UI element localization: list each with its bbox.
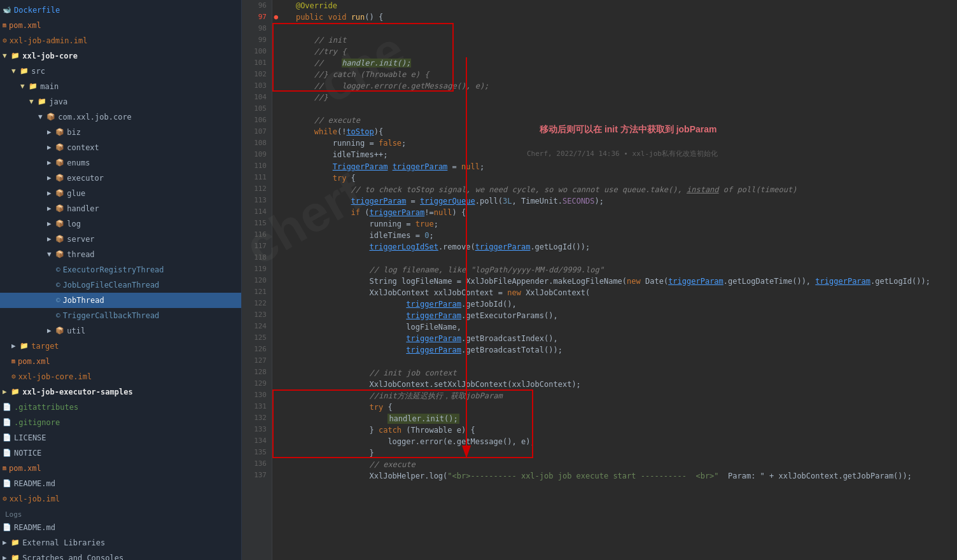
file-icon: 📄 xyxy=(3,477,11,490)
code-line-133: } catch (Throwable e) { xyxy=(277,424,952,436)
code-container[interactable]: 96 97 98 99 100 101 102 103 104 105 106 … xyxy=(242,0,957,560)
sidebar-item-label: com.xxl.job.core xyxy=(58,111,132,123)
folder-icon: ▶ 📁 xyxy=(3,386,20,398)
sidebar-item-main[interactable]: ▼ 📁 main xyxy=(0,79,241,94)
file-icon: 📄 xyxy=(3,447,11,459)
sidebar-item-pom-top[interactable]: m pom.xml xyxy=(0,461,241,476)
code-line-121: XxlJobContext xxlJobContext = new XxlJob… xyxy=(277,287,952,298)
sidebar-item-label: executor xyxy=(67,172,104,185)
sidebar-item-src[interactable]: ▼ 📁 src xyxy=(0,64,241,79)
sidebar-item-label: External Libraries xyxy=(22,536,105,549)
sidebar-item-label: context xyxy=(67,141,99,154)
sidebar-item-job-thread[interactable]: © JobThread xyxy=(0,293,241,308)
sidebar-item-log[interactable]: ▶ 📦 log xyxy=(0,216,241,232)
sidebar-item-label: .gitignore xyxy=(14,416,60,429)
sidebar-item-label: Scratches and Consoles xyxy=(22,552,123,560)
code-line-124: logFileName, xyxy=(277,321,952,333)
code-line-117: triggerLogIdSet.remove(triggerParam.getL… xyxy=(277,241,952,253)
code-line-118 xyxy=(277,253,952,264)
sidebar-item-pom-root[interactable]: m pom.xml xyxy=(0,18,241,33)
sidebar-item-external-libs[interactable]: ▶ 📁 External Libraries xyxy=(0,535,241,550)
sidebar-item-gitattributes[interactable]: 📄 .gitattributes xyxy=(0,400,241,415)
sidebar-item-trigger-callback-thread[interactable]: © TriggerCallbackThread xyxy=(0,308,241,323)
code-line-115: running = true; xyxy=(277,218,952,230)
code-line-122: triggerParam.getJobId(), xyxy=(277,298,952,310)
code-line-103: // logger.error(e.getMessage(), e); xyxy=(277,80,952,92)
sidebar-item-executor[interactable]: ▶ 📦 executor xyxy=(0,171,241,186)
file-icon: 📄 xyxy=(3,431,11,444)
code-line-108: running = false; xyxy=(277,137,952,149)
sidebar-item-label: xxl-job-executor-samples xyxy=(22,386,132,398)
folder-icon: ▶ 📁 xyxy=(3,536,20,549)
file-icon: 📄 xyxy=(3,521,11,534)
sidebar-item-license[interactable]: 📄 LICENSE xyxy=(0,430,241,445)
code-line-128: // init job context xyxy=(277,367,952,379)
sidebar-item-label: java xyxy=(49,95,67,108)
sidebar-item-label: Dockerfile xyxy=(14,4,60,17)
sidebar-item-label: handler xyxy=(67,202,99,215)
folder-icon: ▶ 📁 xyxy=(3,552,20,560)
maven-icon: m xyxy=(11,355,15,368)
sidebar-item-label: xxl-job-admin.iml xyxy=(10,34,88,47)
sidebar-item-handler[interactable]: ▶ 📦 handler xyxy=(0,201,241,216)
code-line-120: String logFileName = XxlJobFileAppender.… xyxy=(277,276,952,287)
code-line-135: } xyxy=(277,447,952,459)
sidebar-item-context[interactable]: ▶ 📦 context xyxy=(0,140,241,155)
logs-section-header: Logs xyxy=(0,507,241,520)
sidebar-item-scratches[interactable]: ▶ 📁 Scratches and Consoles xyxy=(0,550,241,560)
code-line-114: if (triggerParam!=null) { xyxy=(277,207,952,218)
sidebar-item-label: main xyxy=(40,80,59,93)
code-line-110: TriggerParam triggerParam = null; xyxy=(277,161,952,172)
sidebar-item-label: .gitattributes xyxy=(14,401,78,414)
sidebar-item-dockerfile[interactable]: 🐋 Dockerfile xyxy=(0,3,241,18)
sidebar-item-notice[interactable]: 📄 NOTICE xyxy=(0,445,241,461)
package-icon: ▶ 📦 xyxy=(47,141,64,154)
sidebar-item-label: thread xyxy=(67,248,94,261)
sidebar-item-label: xxl-job.iml xyxy=(10,493,60,505)
sidebar-item-enums[interactable]: ▶ 📦 enums xyxy=(0,155,241,171)
sidebar-item-gitignore[interactable]: 📄 .gitignore xyxy=(0,415,241,430)
code-line-97: public void run() { xyxy=(277,11,952,23)
sidebar-item-java[interactable]: ▼ 📁 java xyxy=(0,94,241,109)
sidebar-item-util[interactable]: ▶ 📦 util xyxy=(0,323,241,339)
sidebar-item-glue[interactable]: ▶ 📦 glue xyxy=(0,186,241,201)
code-line-136: // execute xyxy=(277,459,952,470)
code-line-113: triggerParam = triggerQueue.poll(3L, Tim… xyxy=(277,195,952,207)
code-line-111: try { xyxy=(277,172,952,184)
package-icon: ▶ 📦 xyxy=(47,172,64,185)
sidebar-item-com-xxl[interactable]: ▼ 📦 com.xxl.job.core xyxy=(0,109,241,125)
sidebar-item-target[interactable]: ▶ 📁 target xyxy=(0,339,241,354)
package-icon: ▼ 📦 xyxy=(38,111,55,123)
git-blame: Cherf, 2022/7/14 14:36 • xxl-job私有化改造初始化 xyxy=(527,149,718,158)
sidebar-item-label: xxl-job-core xyxy=(22,50,78,62)
sidebar-item-xxl-job-core[interactable]: ▼ 📁 xxl-job-core xyxy=(0,48,241,64)
sidebar-item-xxl-executor-samples[interactable]: ▶ 📁 xxl-job-executor-samples xyxy=(0,384,241,400)
code-line-123: triggerParam.getExecutorParams(), xyxy=(277,310,952,321)
folder-open-icon: ▼ 📁 xyxy=(20,80,38,93)
sidebar-item-label: pom.xml xyxy=(9,462,41,475)
sidebar-item-executor-registry-thread[interactable]: © ExecutorRegistryThread xyxy=(0,262,241,277)
code-line-112: // to check toStop signal, we need cycle… xyxy=(277,184,952,195)
code-line-131: try { xyxy=(277,402,952,413)
sidebar-item-xxl-job-core-iml[interactable]: ⚙ xxl-job-core.iml xyxy=(0,369,241,384)
sidebar-item-job-log-file-clean-thread[interactable]: © JobLogFileCleanThread xyxy=(0,277,241,293)
sidebar-item-readme2[interactable]: 📄 README.md xyxy=(0,520,241,535)
code-editor: che cherf 96 97 98 99 100 101 102 103 10… xyxy=(242,0,957,560)
sidebar-item-biz[interactable]: ▶ 📦 biz xyxy=(0,125,241,140)
code-line-100: //try { xyxy=(277,46,952,57)
sidebar-item-server[interactable]: ▶ 📦 server xyxy=(0,232,241,247)
folder-open-icon: ▼ 📁 xyxy=(11,65,29,78)
maven-icon: m xyxy=(3,19,6,32)
sidebar-item-readme[interactable]: 📄 README.md xyxy=(0,476,241,491)
file-icon: 📄 xyxy=(3,416,11,429)
package-icon: ▶ 📦 xyxy=(47,202,64,215)
package-icon: ▶ 📦 xyxy=(47,218,64,230)
sidebar-item-xxl-job-admin-iml[interactable]: ⚙ xxl-job-admin.iml xyxy=(0,33,241,48)
code-line-137: XxlJobHelper.log("<br>---------- xxl-job… xyxy=(277,470,952,482)
sidebar-item-pom-core[interactable]: m pom.xml xyxy=(0,354,241,369)
sidebar-item-thread[interactable]: ▼ 📦 thread xyxy=(0,247,241,262)
sidebar-item-xxl-job-iml[interactable]: ⚙ xxl-job.iml xyxy=(0,491,241,507)
iml-icon: ⚙ xyxy=(11,370,16,383)
sidebar-item-label: pom.xml xyxy=(9,19,41,32)
sidebar-item-label: target xyxy=(31,340,59,353)
